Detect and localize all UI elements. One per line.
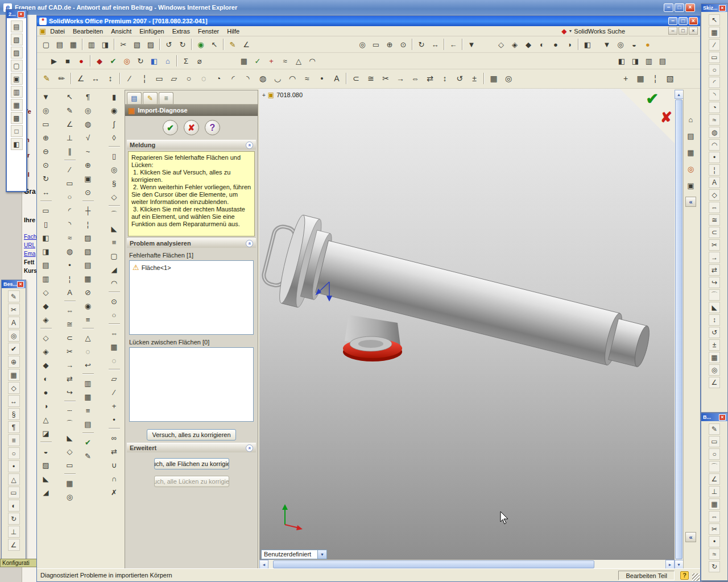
skiz-chamfer-icon[interactable]: ◣ — [709, 302, 720, 313]
taskpane-home-icon[interactable]: ⌂ — [685, 114, 697, 125]
hidden-lines-removed-2-icon[interactable]: ◆ — [39, 358, 53, 372]
front-view-icon[interactable]: ▭ — [39, 203, 53, 217]
delete-face-icon[interactable]: ✗ — [107, 485, 121, 499]
linear-pattern-2-icon[interactable]: ▦ — [63, 476, 77, 490]
section-2-icon[interactable]: ◪ — [39, 426, 53, 440]
split-line-icon[interactable]: ⇄ — [107, 444, 121, 458]
jog-line-icon[interactable]: ↪ — [63, 385, 77, 399]
rotate-view-icon[interactable]: ↻ — [415, 38, 428, 51]
circle-icon[interactable]: ○ — [182, 71, 196, 86]
bes-tool-9-icon[interactable]: ↔ — [8, 395, 20, 407]
rib-icon[interactable]: ≡ — [107, 235, 121, 249]
balloon-icon[interactable]: ◎ — [81, 103, 95, 117]
block-icon[interactable]: ▤ — [81, 258, 95, 272]
standard-views-icon[interactable]: ▼ — [465, 38, 478, 51]
vertical-scroll-thumb[interactable] — [675, 99, 682, 559]
import-diagnostics-icon[interactable]: + — [265, 55, 278, 67]
bes-tool-14-icon[interactable]: • — [8, 460, 20, 472]
scroll-right-icon[interactable]: ► — [665, 560, 675, 569]
bes-tool-11-icon[interactable]: ¶ — [8, 421, 20, 433]
floating-toolbar-2-close-button[interactable]: × — [18, 11, 24, 18]
skiz-spline-icon[interactable]: ≈ — [709, 114, 720, 126]
bom-table[interactable]: ≡ — [81, 404, 95, 417]
curvature-icon[interactable]: ◒ — [39, 444, 53, 458]
extend-entities-icon[interactable]: → — [394, 71, 407, 86]
bottom-view-icon[interactable]: ▥ — [39, 272, 53, 285]
skiz-ellipse-icon[interactable]: ◍ — [709, 127, 720, 138]
menu-extras[interactable]: Extras — [168, 27, 194, 35]
skiz-dimension-icon[interactable]: ∠ — [709, 377, 720, 388]
smart-dim-icon[interactable]: ∠ — [74, 71, 88, 86]
ellipse-icon[interactable]: ◍ — [256, 71, 270, 86]
coordinate-system-icon[interactable]: + — [107, 399, 121, 413]
sketch-tool-icon[interactable]: ✎ — [40, 71, 53, 86]
bes-titlebar[interactable]: Bes... × — [2, 280, 26, 288]
3d-instant-website-icon[interactable]: ⌂ — [162, 55, 174, 67]
b-tool-4-icon[interactable]: ⌒ — [709, 461, 720, 472]
geometry-check-icon[interactable]: △ — [292, 55, 305, 67]
linear-sketch-pattern-icon[interactable]: ▦ — [487, 71, 500, 86]
revolved-cut-icon[interactable]: ◎ — [107, 163, 121, 176]
faulty-faces-list[interactable]: ⚠ Fläche<1> — [129, 260, 254, 335]
sketch-picture-icon[interactable]: ▧ — [663, 71, 677, 86]
dynamic-mirror-icon[interactable]: ⇄ — [423, 71, 437, 86]
macro-record-icon[interactable]: ● — [75, 55, 88, 67]
circular-pattern-2-icon[interactable]: ◎ — [63, 490, 77, 504]
doc-9-icon[interactable]: □ — [11, 125, 23, 137]
mirror-feature-icon[interactable]: ⇔ — [107, 326, 121, 340]
skiz-line-icon[interactable]: ∕ — [709, 39, 720, 51]
confirm-ok-icon[interactable]: ✔ — [646, 90, 659, 108]
rebuild-icon[interactable]: ◉ — [195, 38, 207, 51]
geometric-tolerance-icon[interactable]: ⊕ — [81, 158, 95, 172]
solidworks-search[interactable]: ◆ ▼ SolidWorks Suche — [561, 27, 625, 35]
shaded-with-edges-icon[interactable]: ◐ — [536, 38, 548, 51]
curvature-check-icon[interactable]: ◠ — [306, 55, 318, 67]
doc-4-icon[interactable]: ▢ — [11, 60, 23, 72]
point-2-icon[interactable]: • — [63, 258, 77, 272]
configurationmanager-tab[interactable]: ≡ — [159, 92, 173, 104]
bes-tool-4-icon[interactable]: ◎ — [8, 330, 20, 342]
skiz-arc-icon[interactable]: ◜ — [709, 77, 720, 88]
shadows-2-icon[interactable]: ◑ — [39, 399, 53, 413]
graphics-viewport[interactable]: ✔ ✘ + ▣ 7018.080 Benutzerdefiniert ▼ ◄ ► — [259, 89, 675, 569]
b-tool-8-icon[interactable]: ⇔ — [709, 511, 720, 522]
revision-table[interactable]: ▤ — [81, 417, 95, 431]
circular-pattern-icon[interactable]: ◌ — [107, 354, 121, 367]
sw-close-button[interactable]: × — [689, 17, 698, 25]
point-icon[interactable]: • — [315, 71, 329, 86]
skiz-move-icon[interactable]: ↕ — [709, 314, 720, 326]
vertical-dim-icon[interactable]: ↕ — [104, 71, 117, 86]
b-tool-12-icon[interactable]: ↻ — [709, 561, 720, 572]
paste-icon[interactable]: ▨ — [144, 38, 157, 51]
shadows-icon[interactable]: ◑ — [563, 38, 576, 51]
skiz-convert-icon[interactable]: ⊂ — [709, 227, 720, 238]
macro-run-icon[interactable]: ▶ — [48, 55, 60, 67]
section-view-icon[interactable]: ◧ — [581, 38, 594, 51]
mdi-minimize-button[interactable]: – — [668, 27, 677, 35]
shaded-icon[interactable]: ● — [549, 38, 562, 51]
sketch-chamfer-icon[interactable]: ◣ — [63, 431, 77, 444]
swept-cut-icon[interactable]: § — [107, 176, 121, 190]
intersect-icon[interactable]: ∩ — [107, 472, 121, 485]
mirror-entities-icon[interactable]: ⇔ — [408, 71, 422, 86]
datum-target-icon[interactable]: ⊙ — [81, 185, 95, 199]
ie-close-button[interactable]: × — [685, 3, 695, 12]
skiz-trim-icon[interactable]: ✂ — [709, 239, 720, 251]
security-icon[interactable]: ◆ — [93, 55, 106, 67]
sketch-edit-icon[interactable]: ✎ — [63, 103, 77, 117]
menu-hilfe[interactable]: Hilfe — [223, 27, 243, 35]
multi-jog-leader-icon[interactable]: ↩ — [81, 358, 95, 372]
view-preset-combo[interactable]: Benutzerdefiniert ▼ — [261, 550, 327, 559]
propertymanager-tab[interactable]: ✎ — [143, 92, 158, 104]
menu-bearbeiten[interactable]: Bearbeiten — [69, 27, 107, 35]
horizontal-scroll-thumb[interactable] — [273, 560, 594, 568]
bes-tool-1-icon[interactable]: ✎ — [8, 290, 20, 302]
help-button[interactable]: ? — [205, 120, 220, 135]
skiz-text-icon[interactable]: A — [709, 177, 720, 188]
b-tool-5-icon[interactable]: ∠ — [709, 473, 720, 485]
center-mark-icon[interactable]: ┼ — [81, 203, 95, 217]
quick-snaps-icon[interactable]: + — [619, 71, 632, 86]
offset-entities-icon[interactable]: ≅ — [364, 71, 378, 86]
simple-hole-icon[interactable]: ○ — [107, 308, 121, 322]
undo-icon[interactable]: ↺ — [163, 38, 175, 51]
